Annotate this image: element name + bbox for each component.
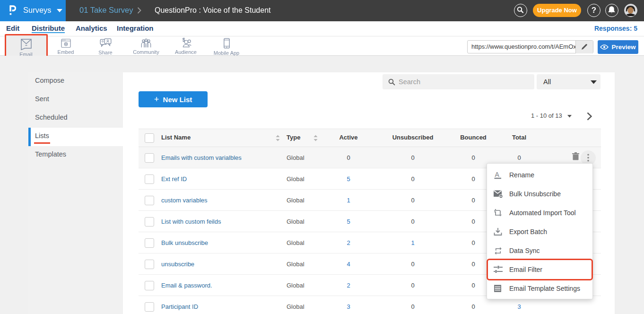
svg-text:A: A bbox=[495, 171, 500, 178]
svg-text:$: $ bbox=[183, 38, 185, 43]
